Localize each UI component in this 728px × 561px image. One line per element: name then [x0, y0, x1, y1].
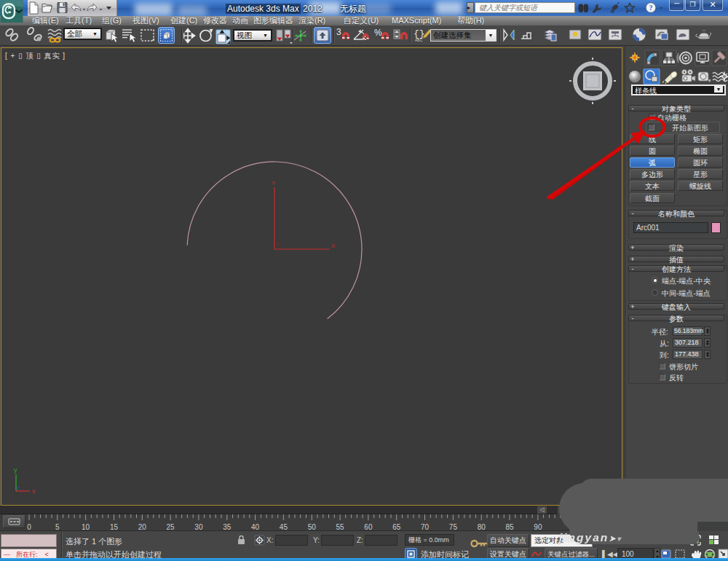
svg-text:65: 65	[392, 523, 401, 531]
svg-text:?: ?	[649, 4, 653, 12]
svg-text:5: 5	[55, 523, 60, 531]
svg-text:%: %	[374, 28, 382, 38]
svg-text:Z: Z	[276, 242, 280, 247]
svg-text:50: 50	[308, 523, 317, 531]
svg-text:0: 0	[27, 523, 31, 531]
svg-text:30: 30	[194, 523, 203, 531]
svg-text:90: 90	[534, 523, 542, 531]
svg-text:y: y	[14, 466, 17, 474]
svg-text:40: 40	[251, 523, 260, 531]
svg-text:75: 75	[449, 523, 458, 531]
svg-text:15: 15	[110, 523, 119, 531]
svg-text:25: 25	[167, 523, 175, 531]
svg-text:60: 60	[364, 523, 373, 531]
svg-text:85: 85	[505, 523, 514, 531]
svg-text:70: 70	[421, 523, 430, 531]
svg-text:3: 3	[336, 27, 341, 37]
svg-text:ABC: ABC	[415, 38, 423, 42]
svg-text:Y: Y	[272, 180, 276, 187]
svg-text:z: z	[17, 484, 20, 491]
svg-text:10: 10	[82, 523, 90, 531]
svg-text:80: 80	[478, 523, 486, 531]
svg-text:45: 45	[280, 523, 288, 531]
svg-text:35: 35	[223, 523, 232, 531]
svg-text:X: X	[331, 243, 336, 249]
svg-text:55: 55	[336, 523, 345, 531]
svg-text:x: x	[32, 487, 36, 495]
svg-text:20: 20	[138, 523, 147, 531]
